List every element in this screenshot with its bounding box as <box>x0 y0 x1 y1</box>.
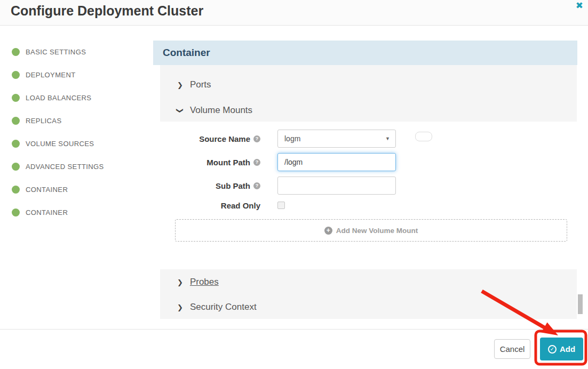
help-icon[interactable]: ? <box>253 159 260 166</box>
step-status-dot <box>12 208 20 216</box>
accordion-label: Probes <box>190 277 219 287</box>
sidebar-item-label: DEPLOYMENT <box>26 71 76 79</box>
configure-deployment-cluster-modal: Configure Deployment Cluster ✖ BASIC SET… <box>0 0 588 369</box>
sidebar-item-label: VOLUME SOURCES <box>26 140 94 148</box>
accordion-probes[interactable]: ❯ Probes <box>177 276 219 288</box>
sub-path-label: Sub Path ? <box>153 177 260 195</box>
add-new-volume-mount-button[interactable]: + Add New Volume Mount <box>175 219 567 242</box>
check-circle-icon: ✓ <box>548 345 557 354</box>
plus-circle-icon: + <box>324 227 332 235</box>
sidebar-item-label: LOAD BALANCERS <box>26 94 91 102</box>
source-name-select[interactable]: logm ▼ <box>277 130 396 148</box>
help-icon[interactable]: ? <box>253 135 260 142</box>
help-icon[interactable]: ? <box>253 182 260 189</box>
sidebar-item-deployment[interactable]: DEPLOYMENT <box>12 63 145 86</box>
sidebar-item-label: CONTAINER <box>26 208 68 216</box>
close-icon[interactable]: ✖ <box>576 1 583 11</box>
read-only-checkbox[interactable] <box>277 202 285 209</box>
chevron-right-icon: ❯ <box>177 279 183 286</box>
sidebar-item-volume-sources[interactable]: VOLUME SOURCES <box>12 132 145 155</box>
chevron-right-icon: ❯ <box>177 82 183 89</box>
mount-path-label: Mount Path ? <box>153 153 260 171</box>
step-status-dot <box>12 71 20 79</box>
source-name-label: Source Name ? <box>153 130 260 148</box>
sidebar-item-basic-settings[interactable]: BASIC SETTINGS <box>12 41 145 63</box>
cancel-button[interactable]: Cancel <box>494 339 530 359</box>
step-status-dot <box>12 94 20 102</box>
accordion-label: Security Context <box>190 302 257 312</box>
modal-title: Configure Deployment Cluster <box>11 3 203 19</box>
step-status-dot <box>12 117 20 125</box>
accordion-ports[interactable]: ❯ Ports <box>177 78 211 91</box>
steps-sidebar: BASIC SETTINGS DEPLOYMENT LOAD BALANCERS… <box>12 41 145 224</box>
chevron-right-icon: ❯ <box>177 304 183 311</box>
chevron-down-icon: ❯ <box>177 108 184 114</box>
read-only-label: Read Only <box>153 200 260 210</box>
sidebar-item-label: ADVANCED SETTINGS <box>26 163 104 171</box>
sidebar-item-load-balancers[interactable]: LOAD BALANCERS <box>12 86 145 109</box>
sidebar-item-replicas[interactable]: REPLICAS <box>12 109 145 132</box>
modal-header: Configure Deployment Cluster ✖ <box>0 0 588 26</box>
step-status-dot <box>12 186 20 194</box>
container-accordion-panel-2: ❯ Probes ❯ Security Context <box>160 269 577 319</box>
sidebar-item-advanced-settings[interactable]: ADVANCED SETTINGS <box>12 155 145 178</box>
label-text: Source Name <box>199 134 250 143</box>
cancel-button-label: Cancel <box>500 344 525 354</box>
accordion-security-context[interactable]: ❯ Security Context <box>177 301 257 314</box>
add-button-label: Add <box>560 344 575 354</box>
sidebar-item-container-2[interactable]: CONTAINER <box>12 201 145 224</box>
sidebar-item-label: BASIC SETTINGS <box>26 48 86 56</box>
remove-mount-button[interactable] <box>415 132 432 141</box>
sidebar-item-container-1[interactable]: CONTAINER <box>12 178 145 201</box>
mount-path-input[interactable] <box>277 153 396 171</box>
sidebar-item-label: CONTAINER <box>26 186 68 194</box>
step-status-dot <box>12 140 20 148</box>
container-section-header: Container <box>153 41 577 65</box>
add-new-volume-mount-label: Add New Volume Mount <box>336 227 418 235</box>
scrollbar-thumb[interactable] <box>578 294 583 314</box>
accordion-volume-mounts[interactable]: ❯ Volume Mounts <box>177 104 252 117</box>
sidebar-item-label: REPLICAS <box>26 117 62 125</box>
select-value: logm <box>284 134 300 143</box>
footer-divider <box>0 329 588 330</box>
caret-down-icon: ▼ <box>385 136 390 141</box>
label-text: Sub Path <box>216 181 250 190</box>
accordion-label: Volume Mounts <box>190 105 252 116</box>
accordion-label: Ports <box>190 79 211 90</box>
sub-path-input[interactable] <box>277 177 396 195</box>
label-text: Mount Path <box>206 158 250 167</box>
add-button[interactable]: ✓ Add <box>540 338 583 360</box>
container-accordion-panel: ❯ Ports ❯ Volume Mounts <box>160 65 577 122</box>
container-section-title: Container <box>163 47 210 59</box>
step-status-dot <box>12 163 20 171</box>
label-text: Read Only <box>221 201 260 210</box>
step-status-dot <box>12 48 20 56</box>
